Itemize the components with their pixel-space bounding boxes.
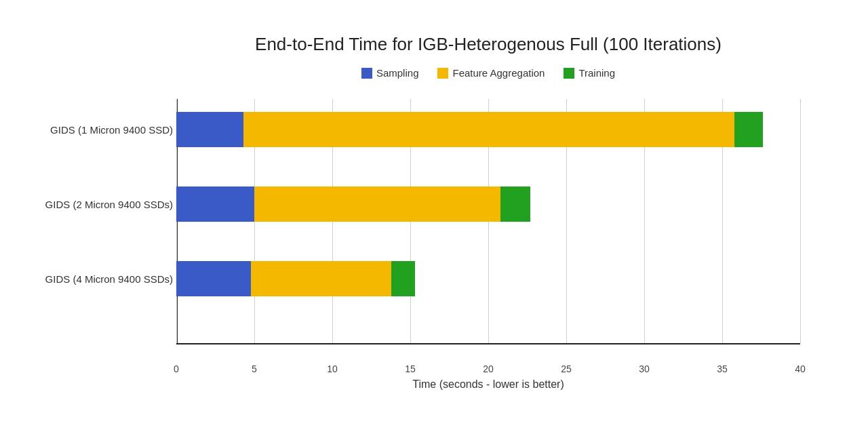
x-tick-0: 0 [174, 363, 179, 374]
bar-label-2: GIDS (2 Micron 9400 SSDs) [31, 199, 173, 210]
x-tick-30: 30 [639, 363, 650, 374]
legend: Sampling Feature Aggregation Training [176, 67, 800, 79]
sampling-swatch [361, 68, 372, 79]
bar-track-3 [176, 261, 800, 296]
bar-label-1: GIDS (1 Micron 9400 SSD) [31, 124, 173, 136]
grid-and-bars: GIDS (1 Micron 9400 SSD) GIDS (2 Micron … [176, 99, 800, 343]
x-tick-35: 35 [717, 363, 728, 374]
feature-aggregation-swatch [437, 68, 448, 79]
chart-title: End-to-End Time for IGB-Heterogenous Ful… [176, 34, 800, 55]
training-swatch [564, 68, 574, 79]
bar-segment-training-1 [734, 112, 762, 147]
grid-line-40 [800, 99, 801, 343]
bar-track-2 [176, 186, 800, 222]
x-axis-line [176, 343, 800, 344]
bar-segment-feature_aggregation-3 [251, 261, 391, 296]
x-tick-40: 40 [795, 363, 806, 374]
bar-segment-sampling-1 [176, 112, 243, 147]
legend-label-feature-aggregation: Feature Aggregation [452, 67, 545, 79]
legend-item-sampling: Sampling [361, 67, 419, 79]
bar-row-2: GIDS (2 Micron 9400 SSDs) [176, 180, 800, 228]
bar-row-1: GIDS (1 Micron 9400 SSD) [176, 106, 800, 153]
legend-item-feature-aggregation: Feature Aggregation [437, 67, 545, 79]
legend-label-training: Training [578, 67, 615, 79]
x-axis-label: Time (seconds - lower is better) [176, 378, 800, 391]
legend-item-training: Training [564, 67, 615, 79]
bar-segment-feature_aggregation-1 [243, 112, 735, 147]
bar-segment-feature_aggregation-2 [254, 186, 500, 222]
x-tick-10: 10 [327, 363, 338, 374]
x-tick-20: 20 [483, 363, 494, 374]
bar-segment-training-3 [391, 261, 415, 296]
bar-segment-sampling-2 [176, 186, 254, 222]
x-tick-15: 15 [405, 363, 416, 374]
bar-segment-training-2 [500, 186, 530, 222]
x-tick-25: 25 [561, 363, 572, 374]
chart-body: GIDS (1 Micron 9400 SSD) GIDS (2 Micron … [176, 99, 800, 343]
x-tick-5: 5 [252, 363, 257, 374]
legend-label-sampling: Sampling [376, 67, 419, 79]
bar-label-3: GIDS (4 Micron 9400 SSDs) [31, 273, 173, 285]
chart-container: End-to-End Time for IGB-Heterogenous Ful… [27, 14, 841, 420]
bar-segment-sampling-3 [176, 261, 251, 296]
bar-row-3: GIDS (4 Micron 9400 SSDs) [176, 255, 800, 302]
bar-track-1 [176, 112, 800, 147]
